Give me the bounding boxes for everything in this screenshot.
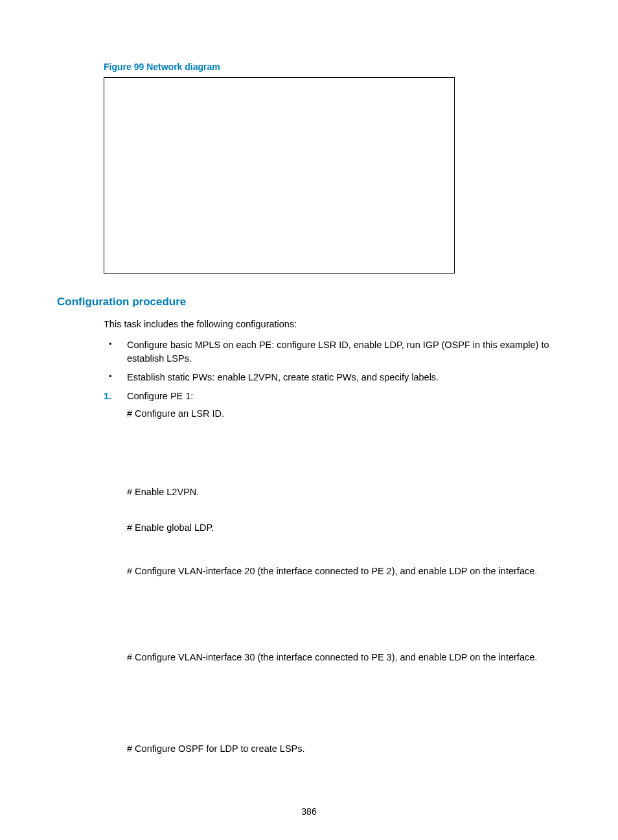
list-item: Configure basic MPLS on each PE: configu… [104, 338, 561, 366]
bullet-list: Configure basic MPLS on each PE: configu… [104, 338, 561, 384]
step-item: 1. Configure PE 1: # Configure an LSR ID… [104, 390, 561, 756]
substep-text: # Configure VLAN-interface 30 (the inter… [127, 651, 561, 664]
intro-text: This task includes the following configu… [104, 318, 561, 331]
substep-text: # Configure VLAN-interface 20 (the inter… [127, 565, 561, 578]
step-marker: 1. [104, 390, 111, 403]
list-item: Establish static PWs: enable L2VPN, crea… [104, 371, 561, 384]
substep-text: # Configure OSPF for LDP to create LSPs. [127, 742, 561, 756]
substep-text: # Enable global LDP. [127, 521, 561, 535]
substep-text: # Enable L2VPN. [127, 485, 561, 499]
step-title: Configure PE 1: [127, 390, 561, 403]
figure-caption: Figure 99 Network diagram [104, 62, 561, 72]
network-diagram-placeholder [104, 77, 455, 274]
section-heading: Configuration procedure [57, 296, 561, 309]
substep-text: # Configure an LSR ID. [127, 407, 561, 421]
numbered-steps: 1. Configure PE 1: # Configure an LSR ID… [104, 390, 561, 756]
page-number: 386 [0, 806, 618, 817]
